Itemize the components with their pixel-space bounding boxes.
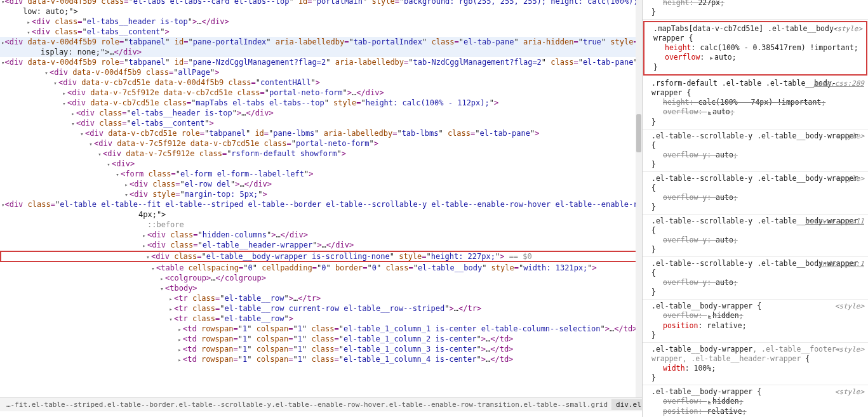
css-rule[interactable]: netovue.css:11.el-table--scrollable-y .e… [643,215,868,257]
expand-arrow-right-icon[interactable] [141,240,147,251]
tree-node[interactable]: <div class="el-table el-table--fit el-ta… [0,199,642,209]
css-property[interactable]: overflow-y: auto; [651,150,864,160]
css-property[interactable]: overflow: ▶auto; [653,53,862,63]
expand-arrow-down-icon[interactable] [43,67,50,78]
css-property[interactable]: width: 100%; [651,364,864,373]
css-rule[interactable]: <style>.mapTabs[data-v-cb7cd51e] .el-tab… [643,21,867,76]
expand-arrow-down-icon[interactable] [145,251,151,262]
tree-node[interactable]: <table cellspacing="0" cellpadding="0" b… [0,263,642,273]
expand-arrow-down-icon[interactable] [25,27,32,37]
tree-node[interactable]: <tr class="el-table__row">…</tr> [0,293,642,303]
css-rule[interactable]: <style>.el-table--scrollable-y .el-table… [643,129,868,172]
tree-node[interactable]: <form class="el-form el-form--label-left… [0,169,642,179]
breadcrumb-bar[interactable]: …-fit.el-table--striped.el-table--border… [0,397,642,411]
tree-node[interactable]: <td rowspan="1" colspan="1" class="el-ta… [0,344,642,354]
rule-origin[interactable]: <style> [833,24,862,34]
tree-node[interactable]: <div data-v-cb7cd51e class="mapTabs el-t… [0,98,642,108]
expand-arrow-right-icon[interactable] [61,88,67,98]
tree-node[interactable]: <tbody> [0,283,642,293]
tree-node[interactable]: <div class="el-tabs__content"> [0,27,642,37]
rule-origin[interactable]: <style> [835,345,864,354]
css-property[interactable]: position: relative; [651,407,864,416]
rule-origin[interactable]: <style> [835,387,864,397]
tree-node[interactable]: <div data-v-7c5f912e class="rsform-defau… [0,149,642,159]
css-property[interactable]: position: relative; [651,321,864,331]
expand-arrow-right-icon[interactable] [159,273,165,284]
tree-node[interactable]: <div data-v-00d4f5b9 role="tabpanel" id=… [0,57,642,67]
tree-node[interactable]: <div data-v-cb7cd51e role="tabpanel" id=… [0,128,642,138]
rule-origin[interactable]: netovue.css:11 [805,216,864,226]
css-property[interactable]: overflow-y: auto; [651,278,864,288]
scrollbar-vertical[interactable] [636,0,642,397]
dom-tree[interactable]: <div data-v-00d4f5b9 class="el-tabs el-t… [0,0,642,397]
tree-node[interactable]: <div class="el-tabs__header is-top">…</d… [0,108,642,118]
expand-arrow-down-icon[interactable] [168,314,174,324]
tree-node[interactable]: <div> [0,159,642,169]
breadcrumb-item[interactable]: div.el-table__body-wrapper.is-scrolling-… [611,399,642,410]
rule-origin[interactable]: index.css:1 [818,259,864,268]
expand-arrow-right-icon[interactable] [168,293,174,304]
css-property[interactable]: overflow-y: auto; [651,193,864,202]
css-property[interactable]: overflow: ▶auto; [651,107,864,117]
css-rule[interactable]: main.css:289.rsform-default .el-table .e… [643,77,868,129]
tree-node[interactable]: <tr class="el-table__row"> [0,314,642,324]
tree-node[interactable]: <td rowspan="1" colspan="1" class="el-ta… [0,354,642,364]
styles-panel[interactable]: height: 227px;}<style>.mapTabs[data-v-cb… [643,0,868,417]
expand-arrow-right-icon[interactable] [177,354,183,365]
tree-node[interactable]: <div data-v-7c5f912e data-v-cb7cd51e cla… [0,88,642,98]
tree-node[interactable]: <colgroup>…</colgroup> [0,273,642,283]
css-property[interactable]: overflow: ▶hidden; [651,311,864,321]
tree-node[interactable]: <div data-v-7c5f912e data-v-cb7cd51e cla… [0,138,642,149]
tree-node[interactable]: <div data-v-00d4f5b9 role="tabpanel" id=… [0,37,642,47]
tree-node[interactable]: <div style="margin-top: 5px;"> [0,189,642,199]
scrollbar-thumb[interactable] [636,114,641,152]
tree-node[interactable]: <div class="el-table__body-wrapper is-sc… [0,251,642,262]
breadcrumb-item[interactable]: …-fit.el-table--striped.el-table--border… [3,399,611,410]
tree-node[interactable]: <div class="el-row del">…</div> [0,179,642,189]
css-rule[interactable]: <style>.el-table__body-wrapper {overflow… [643,300,868,343]
expand-arrow-down-icon[interactable] [105,159,112,169]
expand-arrow-right-icon[interactable] [25,17,32,27]
tree-node[interactable]: <div class="hidden-columns">…</div> [0,230,642,240]
tree-node[interactable]: <div class="el-tabs__content"> [0,118,642,128]
rule-origin[interactable]: <style> [835,301,864,311]
css-property[interactable]: overflow: ▶hidden; [651,397,864,407]
expand-arrow-right-icon[interactable] [177,324,183,334]
rule-origin[interactable]: <style> [835,174,864,183]
tree-node[interactable]: <tr class="el-table__row current-row el-… [0,303,642,314]
css-rule[interactable]: height: 227px;} [643,0,868,20]
expand-arrow-down-icon[interactable] [97,149,103,159]
expand-arrow-down-icon[interactable] [79,128,85,139]
expand-arrow-down-icon[interactable] [150,263,156,274]
css-rule[interactable]: index.css:1.el-table--scrollable-y .el-t… [643,257,868,300]
expand-arrow-right-icon[interactable] [168,303,174,314]
tree-node[interactable]: <div class="el-table__header-wrapper">…<… [0,240,642,250]
tree-node[interactable]: <div data-v-00d4f5b9 class="el-tabs el-t… [0,0,642,6]
expand-arrow-right-icon[interactable] [177,334,183,345]
tree-node[interactable]: <td rowspan="1" colspan="1" class="el-ta… [0,324,642,334]
css-rule[interactable]: <style>.el-table__body-wrapper, .el-tabl… [643,343,868,385]
expand-arrow-down-icon[interactable] [70,118,76,129]
expand-arrow-down-icon[interactable] [159,283,165,294]
expand-arrow-down-icon[interactable] [114,169,121,180]
rule-origin[interactable]: <style> [835,131,864,141]
expand-arrow-down-icon[interactable] [52,77,58,88]
expand-arrow-right-icon[interactable] [123,179,130,190]
rule-origin[interactable]: main.css:289 [814,79,864,88]
tree-node[interactable]: ::before [0,220,642,230]
expand-arrow-right-icon[interactable] [141,230,147,241]
expand-arrow-down-icon[interactable] [123,189,130,200]
tree-node[interactable]: <div data-v-cb7cd51e data-v-00d4f5b9 cla… [0,77,642,88]
css-rule[interactable]: <style>.el-table__body-wrapper {overflow… [643,385,868,417]
css-rule[interactable]: <style>.el-table--scrollable-y .el-table… [643,172,868,215]
expand-arrow-right-icon[interactable] [70,108,76,119]
expand-arrow-right-icon[interactable] [177,344,183,355]
css-property[interactable]: height: calc(100% - 0.385417rem) !import… [653,43,862,53]
css-property[interactable]: height: calc(100% - 74px) !important; [651,98,864,107]
tree-node[interactable]: <div class="el-tabs__header is-top">…</d… [0,17,642,27]
tree-node[interactable]: <div data-v-00d4f5b9 class="allPage"> [0,67,642,77]
expand-arrow-down-icon[interactable] [88,138,94,149]
expand-arrow-down-icon[interactable] [61,98,67,109]
tree-node[interactable]: <td rowspan="1" colspan="1" class="el-ta… [0,334,642,344]
css-property[interactable]: overflow-y: auto; [651,235,864,245]
